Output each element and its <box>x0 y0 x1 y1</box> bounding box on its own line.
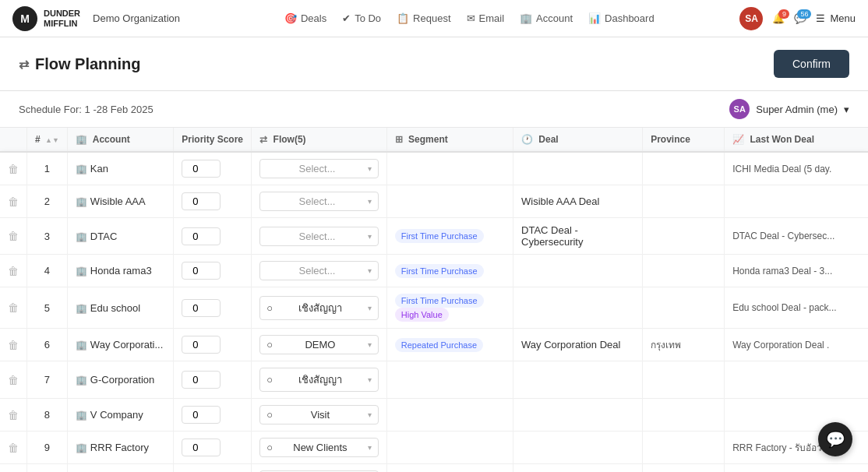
th-num[interactable]: # ▲▼ <box>27 128 68 152</box>
delete-cell: 🗑 <box>0 255 27 287</box>
page-title: ⇄ Flow Planning <box>19 55 141 73</box>
flow-cell[interactable]: Select... ▾ <box>252 185 387 218</box>
segment-cell <box>386 185 513 218</box>
priority-input[interactable] <box>182 227 221 245</box>
flow-select[interactable]: Select... ▾ <box>259 159 379 178</box>
priority-cell[interactable] <box>174 399 252 431</box>
flow-select[interactable]: Select... ▾ <box>259 192 379 211</box>
account-cell: 🏢G-Corporation <box>67 361 173 399</box>
priority-cell[interactable] <box>174 287 252 329</box>
main-content: ⇄ Flow Planning Confirm Schedule For: 1 … <box>0 37 868 472</box>
chevron-down-icon: ▾ <box>368 375 372 384</box>
priority-cell[interactable] <box>174 431 252 464</box>
priority-input[interactable] <box>182 160 221 178</box>
table-body: 🗑1🏢Kan Select... ▾ ICHI Media Deal (5 da… <box>0 152 868 472</box>
delete-icon[interactable]: 🗑 <box>8 442 19 454</box>
chevron-down-icon: ▾ <box>368 410 372 419</box>
flow-cell[interactable]: ○ เชิงสัญญา ▾ <box>252 361 387 399</box>
priority-input[interactable] <box>182 262 221 280</box>
deal-cell: Way Corporation Deal <box>513 329 643 361</box>
flow-select[interactable]: Select... ▾ <box>259 261 379 280</box>
flow-cell[interactable]: ○ เชิงสัญญา ▾ <box>252 464 387 473</box>
flow-planning-icon: ⇄ <box>19 57 29 72</box>
account-name: Kan <box>90 163 108 174</box>
delete-icon[interactable]: 🗑 <box>8 374 19 386</box>
notification-btn-1[interactable]: 🔔 9 <box>772 12 785 24</box>
delete-icon[interactable]: 🗑 <box>8 230 19 242</box>
priority-input[interactable] <box>182 192 221 210</box>
delete-cell: 🗑 <box>0 431 27 464</box>
flow-select[interactable]: ○ เชิงสัญญา ▾ <box>259 296 379 320</box>
flow-select[interactable]: ○ Visit ▾ <box>259 405 379 424</box>
account-cell: 🏢V Company <box>67 399 173 431</box>
flow-label: New Clients <box>293 442 347 453</box>
request-icon: 📋 <box>397 12 409 24</box>
account-type-icon: 🏢 <box>76 266 87 277</box>
priority-cell[interactable] <box>174 152 252 185</box>
nav-email[interactable]: ✉ Email <box>467 12 505 24</box>
flow-cell[interactable]: ○ Visit ▾ <box>252 399 387 431</box>
priority-cell[interactable] <box>174 361 252 399</box>
nav-deals[interactable]: 🎯 Deals <box>284 12 326 24</box>
flow-label: Visit <box>311 409 330 421</box>
delete-icon[interactable]: 🗑 <box>8 339 19 351</box>
priority-input[interactable] <box>182 439 221 456</box>
todo-icon: ✔ <box>342 12 351 24</box>
flow-select[interactable]: ○ New Clients ▾ <box>259 438 379 457</box>
lastwon-cell: DTAC Deal - Cybersec... <box>725 218 868 255</box>
flow-cell[interactable]: Select... ▾ <box>252 218 387 255</box>
th-segment: ⊞ Segment <box>386 128 513 152</box>
confirm-button[interactable]: Confirm <box>774 50 849 78</box>
province-cell <box>643 287 725 329</box>
chat-button[interactable]: 💬 <box>818 422 852 456</box>
topnav-right: SA 🔔 9 💬 56 ☰ Menu <box>739 7 856 30</box>
schedule-label: Schedule For: 1 -28 Feb 2025 <box>19 104 153 115</box>
flow-select[interactable]: ○ เชิงสัญญา ▾ <box>259 368 379 392</box>
account-type-icon: 🏢 <box>76 410 87 421</box>
table-header: # ▲▼ 🏢 Account Priority Score ⇄ Flow(5) <box>0 128 868 152</box>
nav-request[interactable]: 📋 Request <box>397 12 450 24</box>
priority-cell[interactable] <box>174 329 252 361</box>
notification-btn-2[interactable]: 💬 56 <box>794 12 806 24</box>
delete-icon[interactable]: 🗑 <box>8 163 19 175</box>
menu-lines-icon: ☰ <box>816 12 825 24</box>
account-type-icon: 🏢 <box>76 442 87 453</box>
priority-input[interactable] <box>182 371 221 389</box>
nav-dashboard[interactable]: 📊 Dashboard <box>588 12 655 24</box>
row-number: 7 <box>27 361 68 399</box>
menu-button[interactable]: ☰ Menu <box>816 12 856 24</box>
priority-cell[interactable] <box>174 185 252 218</box>
dashboard-icon: 📊 <box>588 12 601 24</box>
priority-input[interactable] <box>182 336 221 354</box>
delete-icon[interactable]: 🗑 <box>8 265 19 277</box>
flow-cell[interactable]: ○ New Clients ▾ <box>252 431 387 464</box>
delete-icon[interactable]: 🗑 <box>8 409 19 421</box>
priority-cell[interactable] <box>174 255 252 287</box>
flow-select[interactable]: Select... ▾ <box>259 227 379 246</box>
user-avatar[interactable]: SA <box>739 7 763 30</box>
logo[interactable]: M DUNDER MIFFLIN <box>12 6 80 31</box>
admin-selector[interactable]: SA Super Admin (me) ▾ <box>729 99 849 119</box>
lastwon-cell: Honda rama3 Deal - 3... <box>725 255 868 287</box>
flow-icon: ○ <box>266 374 273 386</box>
logo-icon: M <box>12 6 37 31</box>
priority-cell[interactable] <box>174 218 252 255</box>
flow-cell[interactable]: ○ DEMO ▾ <box>252 329 387 361</box>
flow-cell[interactable]: Select... ▾ <box>252 255 387 287</box>
num-sort-icon[interactable]: ▲▼ <box>45 138 59 143</box>
flow-select[interactable]: ○ DEMO ▾ <box>259 335 379 354</box>
delete-icon[interactable]: 🗑 <box>8 301 19 314</box>
province-cell <box>643 431 725 464</box>
flow-label: Select... <box>299 195 336 207</box>
logo-text: DUNDER MIFFLIN <box>44 9 80 27</box>
flow-cell[interactable]: Select... ▾ <box>252 152 387 185</box>
lastwon-label: Edu school Deal - pack... <box>732 302 860 313</box>
account-cell: 🏢RRR Factory <box>67 431 173 464</box>
priority-input[interactable] <box>182 406 221 424</box>
nav-account[interactable]: 🏢 Account <box>520 12 573 24</box>
nav-todo[interactable]: ✔ To Do <box>342 12 381 24</box>
delete-icon[interactable]: 🗑 <box>8 195 19 208</box>
flow-cell[interactable]: ○ เชิงสัญญา ▾ <box>252 287 387 329</box>
priority-input[interactable] <box>182 299 221 317</box>
priority-cell[interactable] <box>174 464 252 473</box>
